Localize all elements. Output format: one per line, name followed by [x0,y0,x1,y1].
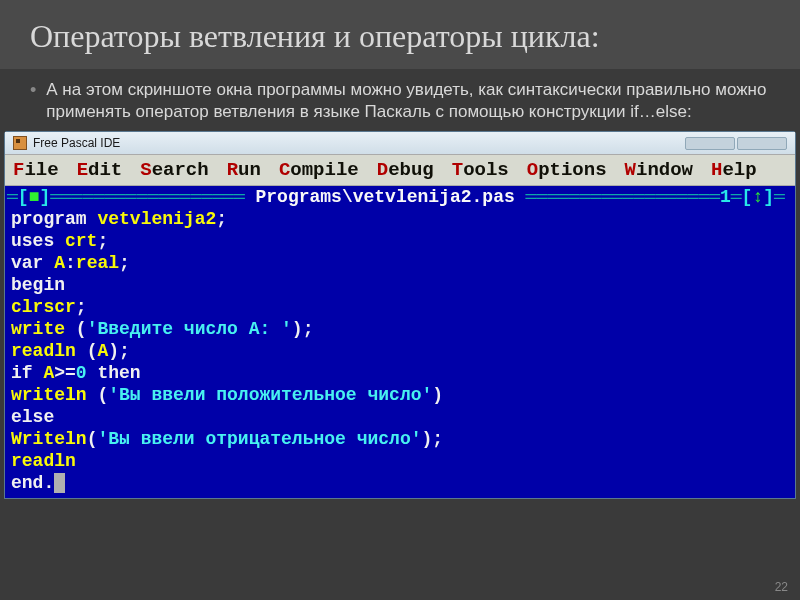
menu-tools[interactable]: Tools [452,159,509,181]
slide-text: А на этом скриншоте окна программы можно… [46,79,770,123]
code-line[interactable]: if A>=0 then [11,362,789,384]
code-line[interactable]: var A:real; [11,252,789,274]
menu-help[interactable]: Help [711,159,757,181]
code-line[interactable]: uses crt; [11,230,789,252]
code-line[interactable]: program vetvlenija2; [11,208,789,230]
menubar: FileEditSearchRunCompileDebugToolsOption… [5,154,795,186]
ide-window: Free Pascal IDE FileEditSearchRunCompile… [4,131,796,499]
bullet-icon: • [30,79,36,101]
menu-debug[interactable]: Debug [377,159,434,181]
editor-frame-top: ═[■]══════════════════ Programs\vetvleni… [5,186,795,208]
slide-header: Операторы ветвления и операторы цикла: [0,0,800,69]
window-title: Free Pascal IDE [33,136,120,150]
slide-body: • А на этом скриншоте окна программы мож… [0,69,800,131]
code-line[interactable]: Writeln('Вы ввели отрицательное число'); [11,428,789,450]
page-number: 22 [775,580,788,594]
menu-compile[interactable]: Compile [279,159,359,181]
code-line[interactable]: write ('Введите число A: '); [11,318,789,340]
app-icon [13,136,27,150]
code-line[interactable]: clrscr; [11,296,789,318]
titlebar-controls [685,137,787,150]
menu-search[interactable]: Search [140,159,208,181]
code-line[interactable]: else [11,406,789,428]
menu-options[interactable]: Options [527,159,607,181]
code-area[interactable]: program vetvlenija2;uses crt;var A:real;… [5,208,795,498]
window-titlebar[interactable]: Free Pascal IDE [5,132,795,154]
slide-title: Операторы ветвления и операторы цикла: [30,18,770,55]
menu-window[interactable]: Window [625,159,693,181]
code-line[interactable]: readln (A); [11,340,789,362]
menu-edit[interactable]: Edit [77,159,123,181]
code-line[interactable]: begin [11,274,789,296]
editor-window: ═[■]══════════════════ Programs\vetvleni… [5,186,795,498]
menu-run[interactable]: Run [227,159,261,181]
menu-file[interactable]: File [13,159,59,181]
code-line[interactable]: writeln ('Вы ввели положительное число') [11,384,789,406]
code-line[interactable]: end. [11,472,789,494]
code-line[interactable]: readln [11,450,789,472]
